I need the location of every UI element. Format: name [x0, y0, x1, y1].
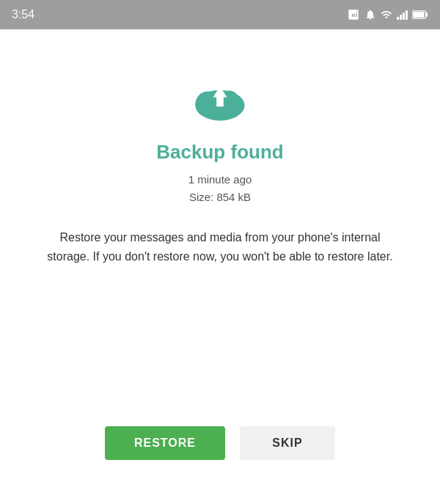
status-time: 3:54: [12, 8, 34, 21]
skip-button[interactable]: SKIP: [240, 426, 335, 460]
backup-info: 1 minute ago Size: 854 kB: [188, 171, 252, 206]
wifi-icon: [381, 9, 392, 21]
backup-description: Restore your messages and media from you…: [44, 228, 396, 267]
backup-size: Size: 854 kB: [188, 189, 252, 206]
mute-icon: [364, 9, 376, 21]
backup-time: 1 minute ago: [188, 171, 252, 189]
status-icons: [347, 9, 428, 21]
battery-icon: [412, 10, 428, 20]
nfc-icon: [347, 9, 360, 21]
svg-rect-2: [413, 12, 424, 18]
cloud-upload-icon: [191, 73, 249, 126]
backup-title: Backup found: [156, 141, 283, 164]
svg-rect-1: [426, 12, 428, 16]
signal-icon: [397, 10, 408, 20]
status-bar: 3:54: [0, 0, 440, 29]
main-content: Backup found 1 minute ago Size: 854 kB R…: [0, 29, 440, 504]
restore-button[interactable]: RESTORE: [105, 426, 225, 460]
buttons-container: RESTORE SKIP: [29, 426, 411, 475]
